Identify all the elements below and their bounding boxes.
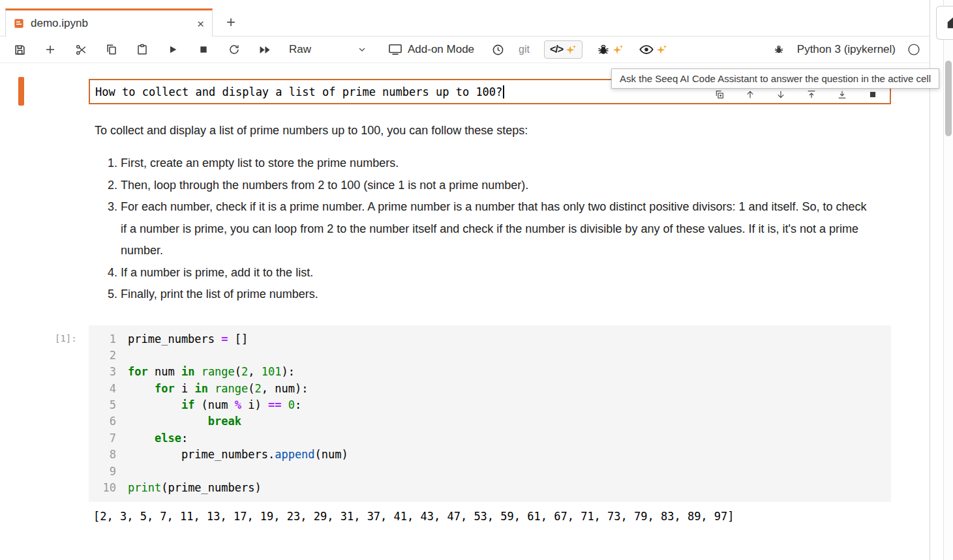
new-tab-button[interactable]: +	[223, 14, 239, 30]
code-line: print(prime_numbers)	[128, 480, 348, 496]
monitor-icon	[388, 44, 402, 55]
arrow-down-icon	[776, 89, 786, 100]
assistant-tooltip: Ask the Seeq AI Code Assistant to answer…	[611, 68, 939, 89]
insert-below-icon	[837, 89, 847, 100]
jupyter-notebook-app: demo.ipynb × +	[0, 0, 953, 560]
code-line: prime_numbers.append(num)	[128, 447, 348, 463]
markdown-step: First, create an empty list to store the…	[121, 153, 872, 175]
run-cell-button[interactable]	[166, 40, 179, 59]
cut-cells-button[interactable]	[74, 40, 87, 59]
duplicate-cell-icon	[714, 89, 725, 100]
bug-icon	[597, 43, 610, 56]
bug-icon	[774, 44, 784, 55]
markdown-intro: To collect and display a list of prime n…	[95, 122, 872, 140]
play-icon	[168, 44, 178, 55]
kernel-status-indicator[interactable]	[907, 43, 920, 56]
fast-forward-icon	[259, 45, 271, 55]
history-button[interactable]	[491, 40, 504, 59]
markdown-cell[interactable]: To collect and display a list of prime n…	[95, 122, 872, 306]
markdown-step: If a number is prime, add it to the list…	[121, 262, 872, 284]
restart-kernel-button[interactable]	[228, 40, 241, 59]
paste-icon	[136, 44, 148, 55]
paste-cells-button[interactable]	[136, 40, 149, 59]
code-line-numbers: 12345678910	[89, 331, 121, 497]
restart-icon	[228, 44, 240, 55]
restart-run-all-button[interactable]	[258, 40, 271, 59]
delete-cell-button[interactable]	[867, 89, 879, 100]
code-line: if (num % i) == 0:	[128, 397, 348, 413]
notebook-area: How to collect and display a list of pri…	[0, 63, 930, 560]
sparkle-icon	[566, 44, 577, 55]
copy-icon	[106, 44, 117, 55]
save-button[interactable]	[13, 40, 26, 59]
code-assistant-button[interactable]: </>	[544, 40, 582, 59]
code-line	[128, 464, 348, 480]
execution-count-label: [1]:	[55, 333, 77, 344]
delete-cell-icon	[868, 90, 877, 99]
code-line	[128, 347, 348, 364]
debugger-button[interactable]	[772, 40, 785, 59]
cell-toolbar	[714, 89, 879, 100]
cell-type-dropdown[interactable]: Raw	[289, 43, 367, 56]
interrupt-kernel-button[interactable]	[197, 40, 210, 59]
move-cell-down-button[interactable]	[775, 89, 787, 100]
code-line: break	[128, 413, 348, 430]
code-icon: </>	[550, 44, 563, 55]
markdown-step: Then, loop through the numbers from 2 to…	[121, 175, 872, 197]
text-cursor	[503, 85, 504, 98]
side-panel-stub[interactable]	[936, 6, 953, 40]
code-line: prime_numbers = []	[128, 331, 348, 347]
code-cell: [1]: 12345678910 prime_numbers = [] for …	[89, 325, 891, 523]
markdown-steps-list: First, create an empty list to store the…	[95, 153, 872, 306]
insert-above-icon	[806, 89, 817, 100]
active-cell-collapser[interactable]	[18, 77, 24, 106]
partial-corner-icon	[946, 16, 953, 30]
eye-icon	[639, 44, 654, 55]
clock-icon	[492, 44, 504, 56]
scrollbar-thumb[interactable]	[945, 61, 952, 136]
sparkle-icon	[656, 44, 667, 55]
markdown-step: For each number, check if it is a prime …	[121, 196, 872, 262]
insert-cell-button[interactable]	[44, 40, 57, 59]
scrollbar-track[interactable]	[943, 0, 953, 560]
debug-assistant-button[interactable]	[597, 43, 624, 56]
insert-cell-below-button[interactable]	[836, 89, 848, 100]
arrow-up-icon	[745, 89, 755, 100]
chevron-down-icon	[357, 44, 367, 55]
code-cell-editor[interactable]: 12345678910 prime_numbers = [] for num i…	[89, 325, 891, 503]
addon-mode-button[interactable]: Add-on Mode	[388, 43, 474, 56]
sparkle-icon	[613, 44, 624, 55]
scissors-icon	[75, 44, 87, 56]
save-icon	[14, 44, 26, 56]
code-line: for i in range(2, num):	[128, 381, 348, 397]
cell-type-value: Raw	[289, 43, 311, 56]
tab-bar: demo.ipynb × +	[0, 0, 930, 37]
tab-label: demo.ipynb	[31, 17, 88, 30]
kernel-name[interactable]: Python 3 (ipykernel)	[797, 43, 896, 56]
code-output: [2, 3, 5, 7, 11, 13, 17, 19, 23, 29, 31,…	[93, 510, 891, 523]
notebook-toolbar: Raw Add-on Mode git </> Python 3 (	[0, 37, 930, 63]
code-line: for num in range(2, 101):	[128, 364, 348, 380]
plus-icon	[44, 44, 56, 55]
git-button[interactable]: git	[519, 44, 530, 55]
markdown-step: Finally, print the list of prime numbers…	[121, 284, 872, 306]
copy-cells-button[interactable]	[105, 40, 118, 59]
tab-close-button[interactable]: ×	[197, 18, 204, 30]
tab-demo-ipynb[interactable]: demo.ipynb ×	[5, 8, 213, 37]
code-line: else:	[128, 430, 348, 447]
stop-icon	[199, 45, 208, 54]
duplicate-cell-button[interactable]	[714, 89, 725, 100]
notebook-file-icon	[14, 18, 24, 29]
explain-assistant-button[interactable]	[639, 44, 667, 55]
insert-cell-above-button[interactable]	[806, 89, 817, 100]
move-cell-up-button[interactable]	[744, 89, 756, 100]
code-lines: prime_numbers = [] for num in range(2, 1…	[121, 331, 348, 497]
addon-mode-label: Add-on Mode	[408, 43, 474, 56]
prompt-text: How to collect and display a list of pri…	[95, 85, 502, 98]
